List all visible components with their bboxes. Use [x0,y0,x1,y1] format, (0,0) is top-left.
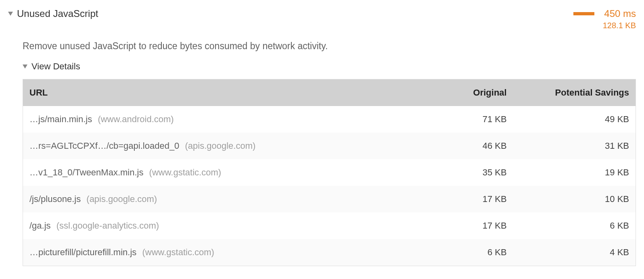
audit-title-toggle[interactable]: Unused JavaScript [8,8,98,19]
url-host: (ssl.google-analytics.com) [56,221,159,231]
url-path: /js/plusone.js [29,194,81,204]
cell-savings: 6 KB [513,212,636,239]
cell-url: …js/main.min.js (www.android.com) [23,106,403,133]
url-path: …js/main.min.js [29,114,92,124]
cell-url: /ga.js (ssl.google-analytics.com) [23,212,403,239]
audit-timing: 450 ms [604,8,636,19]
cell-savings: 31 KB [513,133,636,159]
url-path: …rs=AGLTcCPXf…/cb=gapi.loaded_0 [29,141,179,151]
audit-title: Unused JavaScript [17,8,98,19]
cell-original: 71 KB [403,106,513,133]
url-host: (www.gstatic.com) [142,247,214,257]
url-host: (apis.google.com) [185,141,255,151]
table-row: /js/plusone.js (apis.google.com) 17 KB 1… [23,186,636,212]
table-row: /ga.js (ssl.google-analytics.com) 17 KB … [23,212,636,239]
cell-savings: 4 KB [513,239,636,266]
audit-description: Remove unused JavaScript to reduce bytes… [23,41,636,52]
cell-url: …rs=AGLTcCPXf…/cb=gapi.loaded_0 (apis.go… [23,133,403,159]
audit-summary: 450 ms 128.1 KB [573,8,636,30]
table-header-savings: Potential Savings [513,79,636,106]
table-header-original: Original [403,79,513,106]
cell-original: 35 KB [403,159,513,186]
cell-savings: 19 KB [513,159,636,186]
cell-original: 46 KB [403,133,513,159]
table-row: …picturefill/picturefill.min.js (www.gst… [23,239,636,266]
url-host: (www.android.com) [98,114,174,124]
details-table: URL Original Potential Savings …js/main.… [23,79,636,266]
url-path: /ga.js [29,221,51,231]
cell-savings: 49 KB [513,106,636,133]
cell-original: 17 KB [403,212,513,239]
table-row: …v1_18_0/TweenMax.min.js (www.gstatic.co… [23,159,636,186]
view-details-toggle[interactable]: View Details [23,61,636,72]
cell-savings: 10 KB [513,186,636,212]
cell-url: …picturefill/picturefill.min.js (www.gst… [23,239,403,266]
audit-container: Unused JavaScript 450 ms 128.1 KB Remove… [8,8,636,266]
url-path: …v1_18_0/TweenMax.min.js [29,167,143,177]
table-row: …js/main.min.js (www.android.com) 71 KB … [23,106,636,133]
cell-original: 17 KB [403,186,513,212]
cell-url: /js/plusone.js (apis.google.com) [23,186,403,212]
cell-original: 6 KB [403,239,513,266]
view-details-label: View Details [31,61,80,72]
url-host: (apis.google.com) [86,194,157,204]
table-header-url: URL [23,79,403,106]
url-host: (www.gstatic.com) [149,167,221,177]
cell-url: …v1_18_0/TweenMax.min.js (www.gstatic.co… [23,159,403,186]
chevron-down-icon [23,65,27,69]
sparkline-row: 450 ms [573,8,636,19]
audit-header: Unused JavaScript 450 ms 128.1 KB [8,8,636,30]
url-path: …picturefill/picturefill.min.js [29,247,136,257]
table-header-row: URL Original Potential Savings [23,79,636,106]
audit-total-savings: 128.1 KB [603,21,636,30]
sparkline-bar-icon [573,12,594,15]
chevron-down-icon [8,12,13,16]
details-section: View Details URL Original Potential Savi… [23,61,636,266]
table-row: …rs=AGLTcCPXf…/cb=gapi.loaded_0 (apis.go… [23,133,636,159]
